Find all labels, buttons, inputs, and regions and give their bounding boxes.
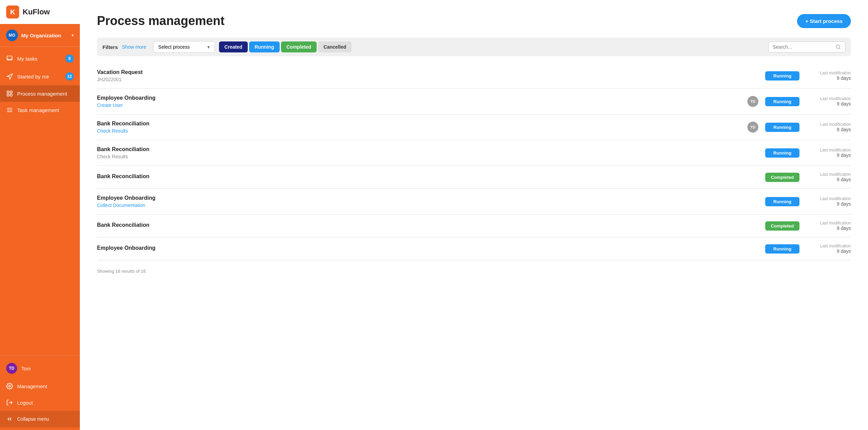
sidebar: K KuFlow MO My Organization ▾ My tasks 8 xyxy=(0,0,80,430)
sidebar-item-label-process-management: Process management xyxy=(17,91,67,97)
logo-area: K KuFlow xyxy=(0,0,80,24)
start-process-button[interactable]: + Start process xyxy=(797,14,851,28)
avatar: TD xyxy=(6,363,17,374)
filter-cancelled-button[interactable]: Cancelled xyxy=(318,41,352,52)
svg-marker-1 xyxy=(7,74,13,79)
process-row[interactable]: Bank Reconciliation Completed Last modif… xyxy=(97,214,851,237)
process-info: Bank Reconciliation Check Results xyxy=(97,146,765,159)
status-badge: Running xyxy=(765,123,799,132)
process-row[interactable]: Employee Onboarding Create User TD Runni… xyxy=(97,89,851,114)
last-mod-label: Last modification xyxy=(806,196,851,201)
filter-completed-button[interactable]: Completed xyxy=(281,41,317,52)
logout-icon xyxy=(6,399,13,406)
status-badge: Running xyxy=(765,148,799,158)
filter-buttons: Created Running Completed Cancelled xyxy=(219,41,352,52)
grid-icon xyxy=(6,90,13,97)
filter-running-button[interactable]: Running xyxy=(249,41,280,52)
svg-point-9 xyxy=(9,385,11,387)
logo-text: KuFlow xyxy=(23,8,50,16)
process-sub: Check Results xyxy=(97,128,747,134)
process-info: Employee Onboarding Collect Documentatio… xyxy=(97,195,765,208)
last-modification: Last modification 9 days xyxy=(806,244,851,254)
process-name: Employee Onboarding xyxy=(97,95,747,101)
page-title: Process management xyxy=(97,14,224,28)
select-process-dropdown[interactable]: Select process ▾ xyxy=(153,41,215,53)
process-row[interactable]: Employee Onboarding Running Last modific… xyxy=(97,237,851,260)
process-name: Vacation Request xyxy=(97,69,765,75)
process-sub: Collect Documentation xyxy=(97,202,765,208)
last-modification: Last modification 9 days xyxy=(806,221,851,231)
last-mod-label: Last modification xyxy=(806,71,851,75)
svg-line-12 xyxy=(839,48,840,49)
results-count: Showing 16 results of 16 xyxy=(97,269,851,274)
svg-point-11 xyxy=(836,45,840,49)
user-name: Toni xyxy=(21,366,31,371)
status-badge: Running xyxy=(765,71,799,81)
list-icon xyxy=(6,107,13,113)
process-info: Employee Onboarding Create User xyxy=(97,95,747,108)
process-info: Bank Reconciliation xyxy=(97,222,765,230)
sidebar-item-logout[interactable]: Logout xyxy=(0,394,80,411)
last-mod-value: 9 days xyxy=(806,248,851,254)
process-name: Employee Onboarding xyxy=(97,195,765,201)
last-mod-label: Last modification xyxy=(806,148,851,152)
my-tasks-badge: 8 xyxy=(65,54,74,63)
org-selector[interactable]: MO My Organization ▾ xyxy=(0,24,80,47)
sidebar-item-label-started-by-me: Started by me xyxy=(17,74,49,79)
sidebar-item-process-management[interactable]: Process management xyxy=(0,85,80,102)
status-badge: Running xyxy=(765,197,799,206)
last-mod-value: 9 days xyxy=(806,101,851,107)
filters-bar: Filters Show more Select process ▾ Creat… xyxy=(97,38,851,56)
process-info: Bank Reconciliation Check Results xyxy=(97,121,747,134)
last-mod-label: Last modification xyxy=(806,221,851,225)
process-row[interactable]: Bank Reconciliation Check Results Runnin… xyxy=(97,140,851,166)
last-modification: Last modification 9 days xyxy=(806,148,851,158)
status-badge: Completed xyxy=(765,221,799,231)
gear-icon xyxy=(6,383,13,390)
assignee-avatar: TD xyxy=(747,122,758,133)
search-input[interactable] xyxy=(773,44,833,50)
user-item[interactable]: TD Toni xyxy=(0,359,80,378)
main-content: Process management + Start process Filte… xyxy=(80,0,868,430)
inbox-icon xyxy=(6,55,13,62)
process-name: Bank Reconciliation xyxy=(97,146,765,152)
status-badge: Running xyxy=(765,244,799,254)
assignee-avatar: TD xyxy=(747,96,758,107)
sidebar-item-started-by-me[interactable]: Started by me 12 xyxy=(0,67,80,85)
filter-created-button[interactable]: Created xyxy=(219,41,248,52)
sidebar-item-label-task-management: Task management xyxy=(17,107,59,113)
show-more-link[interactable]: Show more xyxy=(122,44,146,50)
sidebar-item-task-management[interactable]: Task management xyxy=(0,102,80,118)
search-icon xyxy=(835,44,841,50)
process-row[interactable]: Employee Onboarding Collect Documentatio… xyxy=(97,189,851,214)
svg-rect-0 xyxy=(7,56,12,60)
process-name: Bank Reconciliation xyxy=(97,173,765,180)
status-badge: Completed xyxy=(765,173,799,182)
last-mod-label: Last modification xyxy=(806,122,851,127)
last-modification: Last modification 9 days xyxy=(806,71,851,81)
collapse-menu-item[interactable]: Collapse menu xyxy=(0,411,80,427)
process-name: Bank Reconciliation xyxy=(97,121,747,127)
collapse-icon xyxy=(6,416,13,422)
logout-label: Logout xyxy=(17,400,33,406)
process-row[interactable]: Bank Reconciliation Check Results TD Run… xyxy=(97,114,851,140)
process-info: Employee Onboarding xyxy=(97,245,765,253)
management-label: Management xyxy=(17,383,47,389)
nav-items: My tasks 8 Started by me 12 xyxy=(0,47,80,356)
last-modification: Last modification 9 days xyxy=(806,96,851,107)
sidebar-item-management[interactable]: Management xyxy=(0,378,80,394)
process-row[interactable]: Bank Reconciliation Completed Last modif… xyxy=(97,166,851,189)
process-row[interactable]: Vacation Request JH2022001 Running Last … xyxy=(97,63,851,89)
page-header: Process management + Start process xyxy=(97,14,851,28)
last-mod-value: 9 days xyxy=(806,127,851,132)
sidebar-item-my-tasks[interactable]: My tasks 8 xyxy=(0,50,80,67)
search-box xyxy=(768,41,845,52)
last-modification: Last modification 9 days xyxy=(806,172,851,182)
sidebar-item-label-my-tasks: My tasks xyxy=(17,56,37,62)
svg-rect-3 xyxy=(10,91,12,93)
status-badge: Running xyxy=(765,97,799,106)
process-sub: JH2022001 xyxy=(97,77,765,82)
process-info: Bank Reconciliation xyxy=(97,173,765,181)
process-right: Running Last modification 9 days xyxy=(765,196,851,207)
chevron-down-icon: ▾ xyxy=(72,33,74,38)
